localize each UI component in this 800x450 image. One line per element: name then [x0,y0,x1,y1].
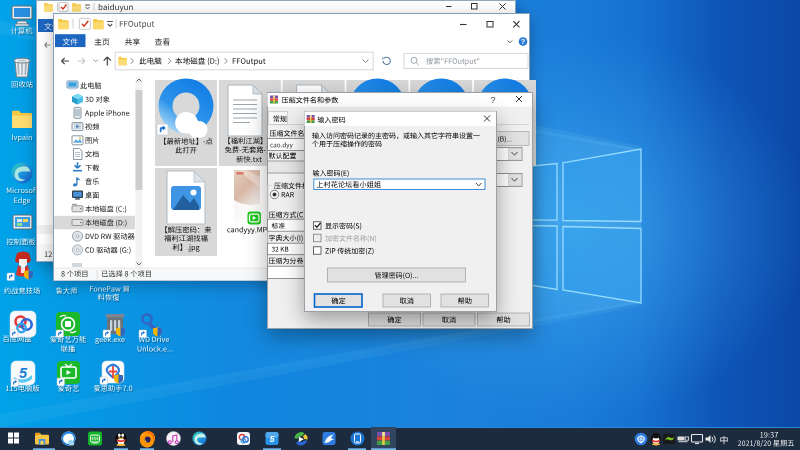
svg-text:5: 5 [19,365,28,381]
